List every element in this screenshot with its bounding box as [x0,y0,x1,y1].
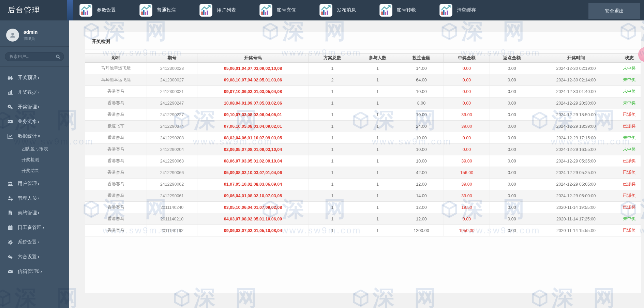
cell-lottery: 马耳他幸运飞艇 [85,74,147,86]
nav-item-params-settings[interactable]: 参数设置 [79,4,139,17]
user-avatar[interactable] [6,29,19,42]
search-icon[interactable] [56,54,61,60]
binoculars-icon [8,75,14,80]
nav-item-publish-message[interactable]: 发布消息 [319,4,379,17]
nav-item-label: 发布消息 [337,7,356,13]
chart-icon [139,4,152,17]
cell-numbers: 08,02,04,06,01,10,07,09,03,05 [197,132,309,144]
sidebar-subitem-draw-check[interactable]: 开奖检测 [0,154,69,165]
table-row: 极速飞车241229037407,06,10,05,08,03,04,09,02… [85,121,641,132]
cell-players: 1 [356,97,399,109]
sidebar-item-contract-manage[interactable]: 契约管理› [0,205,69,220]
cell-status: 未中奖 [618,97,641,109]
nav-item-account-recharge[interactable]: 账号充值 [259,4,319,17]
sidebar-subitem-team-report[interactable]: 团队盈亏报表 [0,143,69,154]
cell-numbers: 05,06,01,04,07,03,09,02,10,08 [197,63,309,74]
cell-time: 2024-12-29 16:55:00 [534,144,618,155]
cell-players: 1 [356,202,399,213]
cell-win: 39.00 [444,155,490,167]
chart-icon [439,4,452,17]
user-name: admin [24,29,38,35]
cell-period: 2412290062 [147,179,197,190]
cell-players: 1 [356,86,399,97]
cell-time: 2024-12-30 02:14:00 [534,74,618,86]
cell-players: 1 [356,155,399,167]
chevron-right-icon: › [38,196,39,201]
gears-icon [8,104,14,110]
sidebar-item-label: 业务流水 [18,119,37,125]
sidebar-item-business-flow[interactable]: 业务流水› [0,114,69,129]
chevron-right-icon: › [38,90,39,95]
sidebar-item-draw-preset[interactable]: 开奖预设› [0,70,69,85]
cell-status: 未中奖 [618,144,641,155]
cell-time: 2024-12-29 05:05:00 [534,179,618,190]
sidebar-item-admin-staff[interactable]: 管理人员› [0,191,69,205]
cell-status: 已派奖 [618,109,641,121]
cell-plans: 1 [309,132,356,144]
chart-icon [319,4,332,17]
table-header-row: 彩种期号开奖号码方案总数参与人数投注金额中奖金额返点金额开奖时间状态 [85,53,641,63]
sidebar-item-draw-data[interactable]: 开奖数据› [0,85,69,99]
nav-item-account-transfer[interactable]: 账号转帐 [379,4,439,17]
cell-rebate: 0.00 [490,121,534,132]
cell-status: 已派奖 [618,155,641,167]
user-role: 管理员 [24,36,38,41]
nav-item-label: 普通投注 [157,7,176,13]
mail-icon [8,269,14,274]
cell-bet: 14.00 [399,63,444,74]
table-row: 马耳他幸运飞艇241230002805,06,01,04,07,03,09,02… [85,63,641,74]
nav-item-normal-bets[interactable]: 普通投注 [139,4,199,17]
cell-rebate: 0.00 [490,190,534,202]
chart-icon [79,4,92,17]
contract-icon [8,210,14,216]
cell-players: 1 [356,225,399,236]
sidebar-subitem-draw-result[interactable]: 开奖结果 [0,165,69,176]
search-input[interactable] [5,52,62,61]
cell-bet: 12.00 [399,213,444,225]
table-row: 马耳他幸运飞艇241230002709,08,10,07,04,02,05,01… [85,74,641,86]
sidebar-item-label: 开奖预设 [18,75,37,81]
search-section [0,47,69,67]
cell-time: 2024-12-29 05:00:00 [534,190,618,202]
sidebar-item-label: 日工资管理 [18,225,42,231]
nav-item-user-list[interactable]: 用户列表 [199,4,259,17]
column-header: 彩种 [85,53,147,63]
cell-plans: 1 [309,202,356,213]
sidebar-item-daily-wage[interactable]: 日工资管理› [0,220,69,235]
cell-bet: 24.00 [399,121,444,132]
sidebar-item-mailbox-manage[interactable]: 信箱管理0› [0,264,69,279]
users-icon [8,181,14,186]
cell-plans: 1 [309,109,356,121]
nav-item-label: 账号转帐 [397,7,416,13]
cell-win: 39.00 [444,179,490,190]
column-header: 中奖金额 [444,53,490,63]
cell-bet: 64.00 [399,74,444,86]
cell-plans: 1 [309,97,356,109]
cell-status: 未中奖 [618,213,641,225]
chevron-right-icon: › [41,269,42,274]
sidebar-item-user-manage[interactable]: 用户管理› [0,176,69,191]
cell-period: 2011140210 [147,213,197,225]
sidebar-item-system-settings[interactable]: 系统设置› [0,235,69,249]
logout-button[interactable]: 安全退出 [588,3,640,19]
cell-status: 已派奖 [618,179,641,190]
table-row: 香港赛马201114024003,05,10,06,04,01,07,09,02… [85,202,641,213]
cell-lottery: 香港赛马 [85,109,147,121]
chevron-right-icon: › [38,210,39,215]
cell-plans: 2 [309,74,356,86]
cell-status: 已派奖 [618,202,641,213]
gear-icon [8,240,14,245]
person-icon [9,32,16,38]
cell-lottery: 香港赛马 [85,86,147,97]
cell-bet: 10.00 [399,155,444,167]
sidebar-item-liuhe-settings[interactable]: 六合设置› [0,249,69,264]
cell-players: 1 [356,121,399,132]
sidebar-item-label: 用户管理 [18,181,37,187]
nav-item-clear-cache[interactable]: 清空缓存 [439,4,499,17]
sidebar-item-draw-manage[interactable]: 开奖管理› [0,99,69,114]
sidebar-item-data-stats[interactable]: 数据统计▾ [0,129,69,143]
cell-rebate: 0.00 [490,74,534,86]
cell-status: 未中奖 [618,86,641,97]
cell-win: 156.00 [444,167,490,179]
cell-numbers: 02,06,05,07,08,01,09,03,10,04 [197,144,309,155]
